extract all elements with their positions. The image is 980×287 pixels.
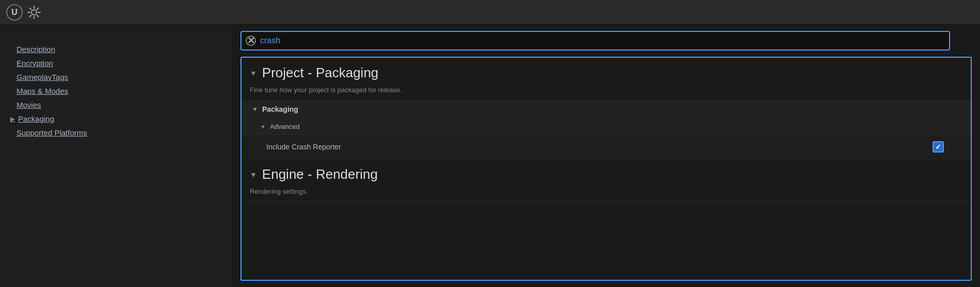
maximize-button[interactable]	[941, 5, 955, 20]
sidebar-item-supported-platforms[interactable]: Supported Platforms	[10, 126, 221, 140]
sub-sub-section-arrow-icon: ▼	[260, 124, 266, 130]
result-section-project-packaging: ▼Project - PackagingFine tune how your p…	[242, 58, 971, 159]
setting-control-include-crash-reporter[interactable]	[930, 139, 946, 155]
search-input[interactable]	[260, 36, 945, 45]
sidebar-item-packaging[interactable]: ▶Packaging	[10, 112, 221, 126]
setting-label: Include Crash Reporter	[266, 143, 930, 151]
nav-arrow-icon: ▶	[10, 115, 15, 123]
nav-item-label: Movies	[17, 100, 41, 109]
result-section-desc: Fine tune how your project is packaged f…	[242, 86, 971, 100]
sidebar-inner: DescriptionEncryptionGameplayTagsMaps & …	[0, 25, 232, 287]
sub-section-header-packaging[interactable]: ▼Packaging	[242, 100, 971, 119]
include-crash-reporter-checkbox[interactable]	[933, 141, 944, 153]
title-bar: U	[0, 0, 980, 25]
search-bar-container: ✕	[240, 31, 972, 50]
results-panel[interactable]: ▼Project - PackagingFine tune how your p…	[240, 57, 972, 281]
sidebar-item-description[interactable]: Description	[10, 42, 221, 56]
search-settings-button[interactable]	[955, 32, 972, 49]
sub-section-title: Packaging	[262, 105, 298, 113]
result-section-title: Project - Packaging	[262, 65, 378, 81]
result-section-header-engine-rendering[interactable]: ▼Engine - Rendering	[242, 159, 971, 188]
nav-item-label: Encryption	[17, 59, 53, 67]
sub-sub-section-header-advanced[interactable]: ▼Advanced	[242, 119, 971, 134]
sidebar-item-maps-modes[interactable]: Maps & Modes	[10, 84, 221, 98]
main-content: DescriptionEncryptionGameplayTagsMaps & …	[0, 25, 980, 287]
result-section-title: Engine - Rendering	[262, 166, 378, 182]
sub-sub-section-title: Advanced	[270, 123, 300, 130]
sidebar-item-encryption[interactable]: Encryption	[10, 56, 221, 70]
search-bar: ✕	[240, 31, 950, 50]
section-collapse-arrow-icon: ▼	[250, 171, 257, 179]
sidebar-item-gameplaytags[interactable]: GameplayTags	[10, 70, 221, 84]
nav-item-label: Packaging	[18, 114, 54, 123]
results-container: ▼Project - PackagingFine tune how your p…	[242, 58, 971, 202]
close-button[interactable]	[959, 5, 974, 20]
minimize-button[interactable]	[922, 5, 937, 20]
settings-icon	[27, 5, 41, 20]
setting-row-include-crash-reporter: Include Crash Reporter	[242, 134, 971, 159]
right-panel: ✕ ▼Project - PackagingFine tune how your…	[232, 25, 980, 287]
sub-section-arrow-icon: ▼	[252, 106, 258, 113]
nav-item-label: GameplayTags	[17, 73, 68, 81]
nav-item-label: Description	[17, 45, 55, 54]
result-section-engine-rendering: ▼Engine - RenderingRendering settings.	[242, 159, 971, 202]
result-section-header-project-packaging[interactable]: ▼Project - Packaging	[242, 58, 971, 86]
svg-text:U: U	[11, 8, 18, 16]
nav-item-label: Maps & Modes	[17, 87, 68, 95]
svg-point-2	[31, 10, 37, 15]
nav-item-label: Supported Platforms	[17, 128, 87, 137]
section-collapse-arrow-icon: ▼	[250, 69, 257, 77]
ue-logo: U	[6, 4, 23, 21]
search-clear-button[interactable]: ✕	[246, 36, 256, 46]
window-controls	[922, 0, 980, 25]
result-section-desc: Rendering settings.	[242, 188, 971, 201]
nav-items-container: DescriptionEncryptionGameplayTagsMaps & …	[10, 42, 221, 140]
sidebar: DescriptionEncryptionGameplayTagsMaps & …	[0, 25, 232, 287]
sidebar-item-movies[interactable]: Movies	[10, 98, 221, 112]
